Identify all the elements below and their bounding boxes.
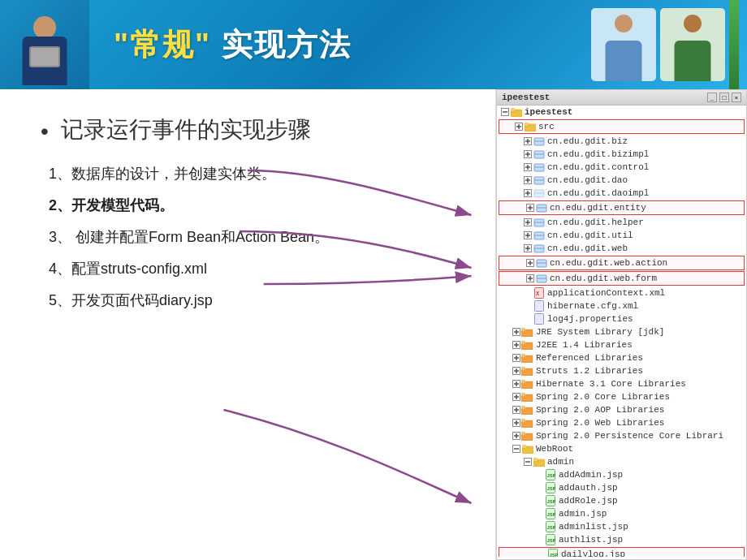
bullet-marker: • — [41, 115, 49, 147]
tree-row[interactable]: Spring 2.0 Core Libraries — [497, 390, 746, 403]
svg-rect-11 — [525, 123, 529, 126]
tree-row[interactable]: cn.edu.gdit.biz — [497, 135, 746, 148]
tree-file-icon — [533, 230, 546, 241]
tree-row[interactable]: JSPadmin.jsp — [497, 507, 746, 520]
tree-expand-icon[interactable] — [523, 218, 533, 227]
tree-expand-icon[interactable] — [512, 444, 521, 454]
tree-row[interactable]: JSPadminlist.jsp — [497, 520, 746, 533]
tree-row[interactable]: cn.edu.gdit.dao — [497, 174, 746, 187]
tree-row[interactable]: cn.edu.gdit.bizimpl — [497, 148, 746, 161]
tree-row[interactable]: XapplicationContext.xml — [497, 286, 746, 299]
tree-expand-icon[interactable] — [534, 470, 544, 480]
tree-expand-icon[interactable] — [537, 549, 546, 557]
tree-expand-icon[interactable] — [525, 274, 535, 283]
ide-header: ipeestest _ □ × — [497, 90, 746, 106]
tree-expand-icon[interactable] — [523, 188, 533, 198]
tree-item-label: cn.edu.gdit.helper — [547, 218, 644, 227]
tree-row[interactable]: log4j.properties — [497, 312, 746, 325]
tree-expand-icon[interactable] — [534, 496, 544, 506]
tree-expand-icon[interactable] — [523, 230, 533, 240]
ide-close[interactable]: × — [732, 93, 741, 102]
tree-row[interactable]: JSPaddauth.jsp — [497, 481, 746, 494]
tree-expand-icon[interactable] — [512, 340, 521, 350]
tree-item-label: admin — [547, 457, 574, 467]
tree-expand-icon[interactable] — [523, 314, 533, 324]
tree-row[interactable]: cn.edu.gdit.web — [497, 242, 746, 255]
tree-row[interactable]: Referenced Libraries — [497, 351, 746, 364]
tree-expand-icon[interactable] — [523, 136, 533, 146]
tree-item-label: applicationContext.xml — [547, 288, 665, 298]
tree-expand-icon[interactable] — [512, 353, 521, 363]
tree-expand-icon[interactable] — [534, 522, 544, 532]
tree-expand-icon[interactable] — [512, 418, 521, 428]
tree-row[interactable]: Hibernate 3.1 Core Libraries — [497, 377, 746, 390]
tree-item-label: dailylog.jsp — [561, 549, 625, 557]
ide-maximize[interactable]: □ — [719, 93, 729, 102]
tree-expand-icon[interactable] — [512, 379, 521, 389]
tree-expand-icon[interactable] — [523, 288, 533, 298]
tree-file-icon: JSP — [544, 521, 557, 532]
tree-item-label: admin.jsp — [559, 509, 607, 519]
svg-rect-45 — [534, 219, 544, 226]
tree-row[interactable]: Spring 2.0 Persistence Core Librari — [497, 429, 746, 442]
step-5: 5、开发页面代码diary.jsp — [49, 290, 479, 312]
tree-expand-icon[interactable] — [534, 535, 544, 545]
tree-row[interactable]: cn.edu.gdit.web.action — [499, 256, 745, 270]
tree-expand-icon[interactable] — [523, 162, 533, 172]
tree-expand-icon[interactable] — [523, 175, 533, 185]
tree-expand-icon[interactable] — [512, 327, 521, 337]
project-tree[interactable]: ipeestestsrccn.edu.gdit.bizcn.edu.gdit.b… — [497, 106, 746, 557]
step-2: 2、开发模型代码。 — [49, 195, 479, 217]
tree-item-label: cn.edu.gdit.daoimpl — [547, 188, 649, 198]
tree-row[interactable]: J2EE 1.4 Libraries — [497, 338, 746, 351]
svg-text:JSP: JSP — [547, 473, 556, 479]
tree-row[interactable]: Spring 2.0 AOP Libraries — [497, 403, 746, 416]
tree-expand-icon[interactable] — [523, 149, 533, 159]
tree-row[interactable]: admin — [497, 455, 746, 468]
tree-expand-icon[interactable] — [523, 243, 533, 253]
tree-expand-icon[interactable] — [512, 366, 521, 376]
tree-expand-icon[interactable] — [534, 483, 544, 493]
header: "常规" 实现方法 — [0, 0, 747, 89]
tree-file-icon: JSP — [544, 508, 557, 519]
main-content: • 记录运行事件的实现步骤 1、数据库的设计，并创建实体类。 2、开发模型代码。… — [0, 89, 747, 560]
tree-expand-icon[interactable] — [525, 203, 535, 213]
tree-expand-icon[interactable] — [525, 258, 535, 268]
tree-expand-icon[interactable] — [523, 301, 533, 311]
tree-row[interactable]: cn.edu.gdit.entity — [499, 200, 745, 215]
tree-row[interactable]: cn.edu.gdit.daoimpl — [497, 187, 746, 200]
tree-expand-icon[interactable] — [514, 122, 524, 131]
tree-expand-icon[interactable] — [512, 405, 521, 415]
tree-file-icon — [533, 162, 546, 173]
tree-item-label: Hibernate 3.1 Core Libraries — [536, 379, 686, 389]
ide-minimize[interactable]: _ — [707, 93, 717, 102]
tree-row[interactable]: JRE System Library [jdk] — [497, 325, 746, 338]
tree-row[interactable]: Struts 1.2 Libraries — [497, 364, 746, 377]
tree-item-label: cn.edu.gdit.entity — [550, 203, 646, 213]
tree-row[interactable]: JSPaddAdmin.jsp — [497, 468, 746, 481]
tree-item-label: J2EE 1.4 Libraries — [536, 340, 633, 350]
tree-expand-icon[interactable] — [523, 457, 533, 467]
tree-row[interactable]: Spring 2.0 Web Libraries — [497, 416, 746, 429]
tree-expand-icon[interactable] — [512, 392, 521, 402]
tree-row[interactable]: hibernate.cfg.xml — [497, 299, 746, 312]
tree-row[interactable]: cn.edu.gdit.control — [497, 161, 746, 174]
tree-file-icon — [521, 339, 534, 351]
tree-row[interactable]: JSPdailylog.jsp — [499, 547, 745, 557]
svg-rect-20 — [534, 151, 544, 158]
ide-window-controls[interactable]: _ □ × — [707, 93, 741, 102]
tree-row[interactable]: ipeestest — [497, 106, 746, 118]
tree-row[interactable]: WebRoot — [497, 442, 746, 455]
tree-expand-icon[interactable] — [512, 431, 521, 441]
svg-rect-70 — [535, 314, 544, 325]
tree-expand-icon[interactable] — [500, 107, 510, 117]
tree-row[interactable]: cn.edu.gdit.web.form — [499, 271, 745, 286]
tree-file-icon: X — [533, 287, 546, 299]
tree-row[interactable]: src — [499, 119, 745, 134]
tree-row[interactable]: JSPaddRole.jsp — [497, 494, 746, 507]
tree-row[interactable]: cn.edu.gdit.helper — [497, 216, 746, 229]
tree-expand-icon[interactable] — [534, 509, 544, 519]
tree-row[interactable]: cn.edu.gdit.util — [497, 229, 746, 242]
svg-rect-90 — [521, 367, 525, 370]
tree-row[interactable]: JSPauthlist.jsp — [497, 533, 746, 546]
